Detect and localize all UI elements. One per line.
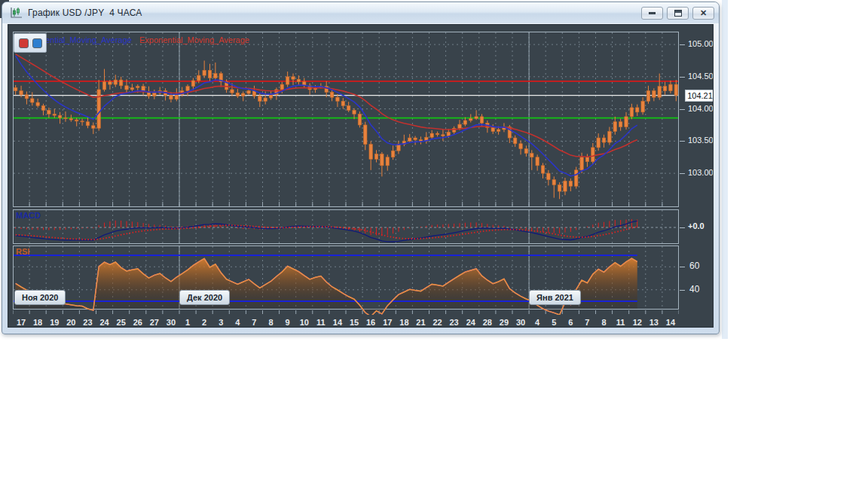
axis-tick-mark (680, 109, 685, 110)
close-icon: ✕ (700, 9, 707, 17)
day-label: 3 (219, 318, 223, 327)
day-label: 29 (500, 318, 509, 327)
day-label: 1 (185, 318, 190, 327)
blue-indicator-swatch-button[interactable] (32, 38, 42, 48)
day-label: 7 (252, 318, 256, 327)
day-label: 23 (449, 318, 458, 327)
restore-icon (674, 10, 682, 17)
minimize-button[interactable] (641, 7, 663, 20)
day-label: 20 (66, 318, 75, 327)
month-label: Янв 2021 (529, 290, 581, 305)
day-label: 27 (150, 318, 159, 327)
rsi-label: RSI (16, 247, 29, 256)
day-label: 21 (416, 318, 425, 327)
macd-panel[interactable] (13, 209, 679, 244)
axis-tick-mark (680, 227, 685, 228)
day-label: 13 (649, 318, 659, 327)
macd-label: MACD (16, 211, 41, 220)
current-price-label: 104.21 (685, 90, 714, 102)
chart-area[interactable]: Exponential_Moving_AverageExponential_Mo… (8, 24, 714, 328)
day-label: 17 (17, 318, 26, 327)
day-label: 10 (300, 318, 309, 327)
day-label: 25 (117, 318, 126, 327)
date-axis: 1718192023242526273012347891011141516171… (13, 318, 679, 328)
day-label: 18 (399, 318, 408, 327)
axis-tick-mark (680, 267, 685, 267)
titlebar[interactable]: График USD /JPY 4 ЧАСА ✕ (2, 2, 719, 23)
page-background: График USD /JPY 4 ЧАСА ✕ Exponential_Mov… (0, 0, 868, 488)
axis-tick-mark (680, 141, 685, 142)
indicator-legend: Exponential_Moving_AverageExponential_Mo… (22, 35, 249, 44)
month-label: Дек 2020 (179, 290, 230, 305)
day-label: 11 (616, 318, 625, 327)
axis-tick-mark (680, 44, 685, 45)
restore-button[interactable] (667, 7, 689, 20)
legend-swatch-box (14, 33, 47, 53)
month-labels-row: Ноя 2020Дек 2020Янв 2021 (13, 290, 679, 306)
day-label: 24 (99, 318, 108, 327)
rsi-tick-label: 60 (689, 261, 699, 271)
chart-window: График USD /JPY 4 ЧАСА ✕ Exponential_Mov… (2, 2, 720, 334)
close-button[interactable]: ✕ (692, 7, 714, 20)
ema-slow-legend-label: Exponential_Moving_Average (139, 35, 249, 44)
day-label: 15 (350, 318, 359, 327)
day-label: 17 (383, 318, 392, 327)
day-label: 30 (516, 318, 525, 327)
day-label: 9 (286, 318, 290, 327)
price-chart-panel[interactable] (13, 32, 679, 207)
day-label: 7 (585, 318, 589, 327)
macd-axis-label: +0.0 (688, 221, 704, 230)
day-label: 23 (83, 318, 92, 327)
rsi-tick-label: 40 (689, 284, 699, 294)
day-label: 8 (268, 318, 273, 327)
price-tick-label: 103.00 (688, 168, 714, 177)
day-label: 28 (483, 318, 492, 327)
axis-tick-mark (680, 290, 685, 291)
day-label: 8 (601, 318, 606, 327)
red-indicator-swatch-button[interactable] (19, 38, 29, 48)
price-tick-label: 104.50 (688, 72, 714, 81)
month-label: Ноя 2020 (14, 290, 66, 305)
day-label: 19 (50, 318, 59, 327)
day-label: 16 (366, 318, 375, 327)
day-label: 26 (133, 318, 142, 327)
minimize-icon (649, 12, 656, 14)
background-window-edge (722, 0, 728, 339)
day-label: 5 (552, 318, 556, 327)
day-label: 14 (666, 318, 675, 327)
day-label: 22 (432, 318, 442, 327)
day-label: 24 (466, 318, 475, 327)
day-label: 6 (568, 318, 573, 327)
price-tick-label: 103.50 (688, 136, 714, 145)
axis-tick-mark (680, 173, 685, 174)
candlestick-chart-icon (10, 7, 23, 19)
price-tick-label: 104.00 (688, 104, 714, 113)
day-label: 14 (333, 318, 342, 327)
day-label: 4 (235, 318, 240, 327)
day-label: 11 (316, 318, 326, 327)
day-label: 4 (535, 318, 539, 327)
day-label: 30 (167, 318, 176, 327)
axis-tick-mark (680, 77, 685, 78)
price-axis: 105.00104.50104.00103.50103.00104.21+0.0… (679, 25, 714, 327)
price-tick-label: 105.00 (688, 39, 714, 48)
window-title: График USD /JPY 4 ЧАСА (28, 8, 142, 18)
day-label: 12 (633, 318, 642, 327)
day-label: 18 (33, 318, 42, 327)
day-label: 2 (202, 318, 206, 327)
